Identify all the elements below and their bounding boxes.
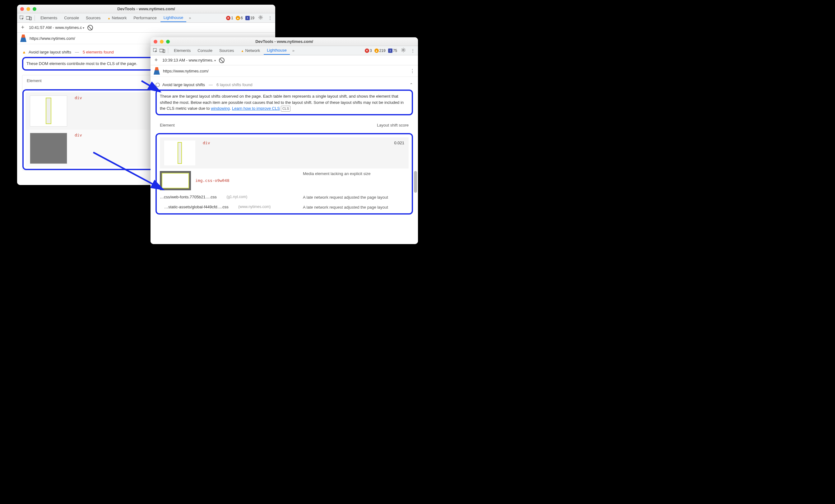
lighthouse-run-bar: + 10:39:13 AM - www.nytimes. bbox=[150, 55, 418, 65]
element-tag: div bbox=[75, 133, 82, 138]
audit-row[interactable]: Avoid large layout shifts — 6 layout shi… bbox=[156, 80, 413, 89]
tab-right-cluster: ✕3 ▲219 !75 ⋮ bbox=[365, 47, 416, 54]
devtools-tabbar: Elements Console Sources Network Perform… bbox=[17, 13, 275, 23]
close-icon[interactable] bbox=[154, 40, 157, 44]
tab-sources[interactable]: Sources bbox=[83, 14, 104, 21]
element-tag: div bbox=[75, 96, 82, 100]
traffic-lights[interactable] bbox=[20, 7, 36, 11]
titlebar: DevTools - www.nytimes.com/ bbox=[17, 5, 275, 13]
cause-selector: img.css-o9w048 bbox=[195, 178, 229, 183]
element-tag: div bbox=[203, 141, 210, 145]
issue-count-badge[interactable]: !75 bbox=[388, 48, 397, 53]
tab-console[interactable]: Console bbox=[195, 47, 216, 54]
table-header: Element Layout shift score bbox=[156, 120, 413, 131]
cause-reason: Media element lacking an explicit size bbox=[303, 171, 409, 176]
audit-count: 6 layout shifts found bbox=[217, 82, 252, 87]
dash: — bbox=[209, 82, 213, 87]
asset-path: …css/web-fonts.7705b21….css bbox=[160, 195, 217, 199]
clear-icon[interactable] bbox=[219, 58, 225, 63]
scrollbar[interactable] bbox=[414, 171, 417, 193]
asset-host: (www.nytimes.com) bbox=[238, 205, 270, 209]
shift-row[interactable]: div 0.021 bbox=[160, 138, 409, 169]
inspect-icon[interactable] bbox=[152, 47, 159, 54]
report-content: Avoid large layout shifts — 6 layout shi… bbox=[150, 77, 418, 244]
audit-title: Avoid large layout shifts bbox=[28, 50, 71, 55]
svg-rect-5 bbox=[160, 49, 163, 52]
error-count-badge[interactable]: ✕1 bbox=[226, 16, 233, 20]
warning-count-badge[interactable]: ▲6 bbox=[236, 16, 243, 20]
neutral-circle-icon bbox=[156, 83, 160, 87]
svg-point-7 bbox=[403, 49, 404, 51]
element-thumbnail bbox=[30, 96, 67, 127]
tab-network[interactable]: Network bbox=[238, 47, 263, 54]
minimize-icon[interactable] bbox=[160, 40, 164, 44]
device-icon[interactable] bbox=[159, 47, 165, 54]
close-icon[interactable] bbox=[20, 7, 24, 11]
audited-url-bar: https://www.nytimes.com/ ⋮ bbox=[150, 65, 418, 77]
root-cause-row: …static-assets/global-f449cfd….css (www.… bbox=[160, 205, 409, 210]
windowing-link[interactable]: windowing bbox=[211, 106, 230, 111]
root-cause-row: img.css-o9w048 Media element lacking an … bbox=[160, 171, 409, 190]
audit-count: 5 elements found bbox=[83, 50, 114, 55]
th-element: Element bbox=[160, 123, 175, 127]
new-run-button[interactable]: + bbox=[20, 24, 26, 31]
asset-host: (g1.nyt.com) bbox=[226, 195, 247, 199]
new-run-button[interactable]: + bbox=[153, 57, 159, 63]
root-cause-list: img.css-o9w048 Media element lacking an … bbox=[160, 171, 409, 210]
inspect-icon[interactable] bbox=[19, 15, 25, 21]
clear-icon[interactable] bbox=[87, 25, 93, 30]
tab-console[interactable]: Console bbox=[61, 14, 82, 21]
desc-mid: . bbox=[230, 106, 232, 111]
kebab-icon[interactable]: ⋮ bbox=[410, 68, 415, 74]
settings-icon[interactable] bbox=[400, 47, 407, 54]
run-selector[interactable]: 10:39:13 AM - www.nytimes. bbox=[162, 58, 216, 63]
tab-elements[interactable]: Elements bbox=[37, 14, 60, 21]
tab-network[interactable]: Network bbox=[104, 14, 130, 21]
warning-triangle-icon: ▲ bbox=[22, 50, 26, 55]
settings-icon[interactable] bbox=[257, 14, 264, 21]
warning-count-badge[interactable]: ▲219 bbox=[374, 48, 386, 53]
collapse-chevron-icon[interactable]: ⌃ bbox=[410, 82, 413, 87]
more-tabs-icon[interactable]: » bbox=[187, 16, 193, 20]
kebab-icon[interactable]: ⋮ bbox=[410, 47, 416, 54]
audit-title: Avoid large layout shifts bbox=[162, 82, 205, 87]
element-thumbnail bbox=[30, 133, 67, 164]
minimize-icon[interactable] bbox=[26, 7, 30, 11]
tab-elements[interactable]: Elements bbox=[171, 47, 194, 54]
th-element: Element bbox=[27, 78, 42, 83]
cause-reason: A late network request adjusted the page… bbox=[303, 195, 409, 200]
zoom-icon[interactable] bbox=[166, 40, 170, 44]
tab-lighthouse[interactable]: Lighthouse bbox=[264, 47, 290, 55]
kebab-icon[interactable]: ⋮ bbox=[267, 15, 273, 21]
asset-path: …static-assets/global-f449cfd….css bbox=[164, 205, 229, 209]
tab-right-cluster: ✕1 ▲6 !19 ⋮ bbox=[226, 14, 273, 21]
cause-thumbnail bbox=[160, 171, 191, 190]
th-score: Layout shift score bbox=[377, 123, 409, 127]
audit-description-callout: These are the largest layout shifts obse… bbox=[156, 89, 413, 115]
layout-shift-table: Element Layout shift score div 0.021 img… bbox=[156, 120, 413, 214]
lighthouse-logo-icon bbox=[20, 35, 26, 42]
table-body-callout: div 0.021 img.css-o9w048 Media element l… bbox=[156, 133, 413, 214]
traffic-lights[interactable] bbox=[154, 40, 170, 44]
error-count-badge[interactable]: ✕3 bbox=[365, 48, 372, 53]
devtools-tabbar: Elements Console Sources Network Lightho… bbox=[150, 46, 418, 55]
audited-url: https://www.nytimes.com/ bbox=[163, 69, 407, 74]
zoom-icon[interactable] bbox=[33, 7, 36, 11]
titlebar: DevTools - www.nytimes.com/ bbox=[150, 37, 418, 46]
dash: — bbox=[75, 50, 79, 55]
tab-sources[interactable]: Sources bbox=[216, 47, 237, 54]
run-selector[interactable]: 10:41:57 AM - www.nytimes.c bbox=[29, 25, 84, 30]
tab-lighthouse[interactable]: Lighthouse bbox=[161, 14, 187, 22]
lighthouse-run-bar: + 10:41:57 AM - www.nytimes.c bbox=[17, 23, 275, 33]
svg-point-3 bbox=[260, 17, 262, 18]
device-icon[interactable] bbox=[26, 15, 32, 21]
tab-performance[interactable]: Performance bbox=[130, 14, 160, 21]
element-thumbnail bbox=[164, 141, 195, 165]
window-title: DevTools - www.nytimes.com/ bbox=[17, 6, 275, 11]
cause-reason: A late network request adjusted the page… bbox=[303, 205, 409, 210]
audit-description: These DOM elements contribute most to th… bbox=[26, 61, 137, 66]
learn-cls-link[interactable]: Learn how to improve CLS bbox=[232, 106, 280, 111]
issue-count-badge[interactable]: !19 bbox=[245, 16, 254, 20]
window-title: DevTools - www.nytimes.com/ bbox=[150, 39, 418, 44]
more-tabs-icon[interactable]: » bbox=[290, 48, 297, 53]
